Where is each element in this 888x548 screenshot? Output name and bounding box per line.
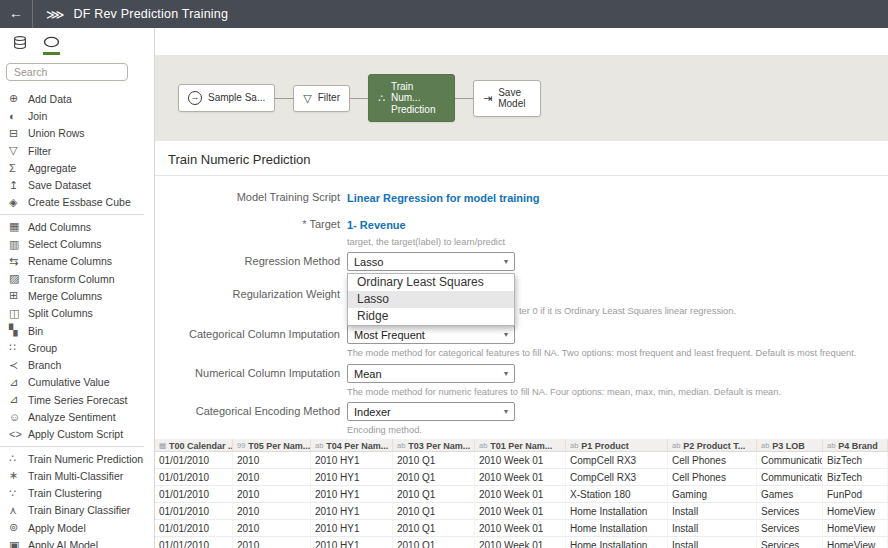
sidebar-item-add-data[interactable]: ⊕ Add Data xyxy=(0,90,154,107)
sidebar-item-bin[interactable]: ▚ Bin xyxy=(0,322,154,339)
sidebar-item-label: Split Columns xyxy=(28,307,93,319)
sidebar-item-train-binary-classifier[interactable]: ⋏ Train Binary Classifier xyxy=(0,502,154,519)
sidebar-item-select-columns[interactable]: ▥ Select Columns xyxy=(0,235,154,252)
save-model-icon: ⇥ xyxy=(483,92,492,105)
table-cell: 2010 Q1 xyxy=(393,537,475,548)
sidebar-item-apply-ai-model[interactable]: ▣ Apply AI Model xyxy=(0,536,154,548)
table-cell: X-Station 180 xyxy=(566,486,668,503)
sidebar-item-train-clustering[interactable]: ∵ Train Clustering xyxy=(0,485,154,502)
sidebar-item-union-rows[interactable]: ⊟ Union Rows xyxy=(0,125,154,142)
sidebar-item-apply-custom-script[interactable]: <> Apply Custom Script xyxy=(0,426,154,443)
sidebar-item-label: Branch xyxy=(28,359,61,371)
table-cell: Services xyxy=(757,537,823,548)
sidebar-item-create-essbase-cube[interactable]: ◈ Create Essbase Cube xyxy=(0,194,154,211)
flow-node-filter[interactable]: ▽ Filter xyxy=(293,85,350,112)
dropdown-option[interactable]: Lasso xyxy=(348,291,514,308)
table-cell: 2010 HY1 xyxy=(311,503,393,520)
categorical-encoding-select[interactable]: Indexer ▾ xyxy=(347,402,515,421)
table-cell: Cell Phones xyxy=(668,452,757,469)
sidebar-item-transform-column[interactable]: ▨ Transform Column xyxy=(0,270,154,287)
table-cell: 2010 HY1 xyxy=(311,452,393,469)
table-cell: 2010 Week 01 xyxy=(475,520,566,537)
regression-method-dropdown: Ordinary Least Squares Lasso Ridge xyxy=(347,273,515,326)
table-row: 01/01/2010 2010 2010 HY1 2010 Q1 2010 We… xyxy=(155,520,888,537)
sidebar-item-join[interactable]: ◐ Join xyxy=(0,107,154,124)
sidebar-item-group[interactable]: ∷ Group xyxy=(0,339,154,356)
sidebar-item-train-multi-classifier[interactable]: ∗ Train Multi-Classifier xyxy=(0,467,154,484)
column-header-label: P3 LOB xyxy=(772,441,805,451)
sidebar-item-label: Union Rows xyxy=(28,127,85,139)
union-rows-icon: ⊟ xyxy=(9,127,28,140)
flow-node-label: Filter xyxy=(318,92,340,104)
sidebar-item-split-columns[interactable]: ◫ Split Columns xyxy=(0,305,154,322)
table-cell: 2010 xyxy=(233,469,311,486)
column-type-icon: ab xyxy=(315,441,323,450)
sidebar-item-label: Group xyxy=(28,342,57,354)
sidebar-item-rename-columns[interactable]: ⇆ Rename Columns xyxy=(0,253,154,270)
numerical-imputation-select[interactable]: Mean ▾ xyxy=(347,364,515,383)
categorical-imputation-helper-text: The mode method for categorical features… xyxy=(347,348,856,358)
table-cell: 2010 Week 01 xyxy=(475,486,566,503)
column-header-label: T00 Calendar ... xyxy=(169,441,233,451)
categorical-imputation-select[interactable]: Most Frequent ▾ xyxy=(347,325,515,344)
sidebar-item-branch[interactable]: ≺ Branch xyxy=(0,356,154,373)
sidebar-item-apply-model[interactable]: ⊚ Apply Model xyxy=(0,519,154,536)
add-columns-icon: ▦ xyxy=(9,220,28,233)
flow-item: ▽ Filter xyxy=(293,85,368,112)
table-cell: 2010 Q1 xyxy=(393,486,475,503)
table-cell: 2010 Week 01 xyxy=(475,452,566,469)
table-cell: Services xyxy=(757,503,823,520)
apply-model-icon: ⊚ xyxy=(9,521,28,534)
table-cell: Install xyxy=(668,503,757,520)
column-type-icon: 99 xyxy=(237,441,245,450)
sidebar-item-time-series-forecast[interactable]: ⊿ Time Series Forecast xyxy=(0,391,154,408)
regression-method-select[interactable]: Lasso ▾ xyxy=(347,252,515,271)
table-cell: 2010 HY1 xyxy=(311,469,393,486)
scatter-icon: ∴ xyxy=(378,92,385,105)
regularization-weight-label: Regularization Weight xyxy=(155,285,340,316)
topbar: ← ⋙ DF Rev Prediction Training xyxy=(0,0,888,28)
column-header: ab P2 Product T... xyxy=(668,439,757,452)
numerical-imputation-value: Mean xyxy=(354,368,382,380)
sidebar-item-add-columns[interactable]: ▦ Add Columns xyxy=(0,218,154,235)
back-arrow-icon: ← xyxy=(9,5,23,21)
table-cell: Gaming xyxy=(668,486,757,503)
add-data-icon: ⊕ xyxy=(9,92,28,105)
dropdown-option[interactable]: Ridge xyxy=(348,308,514,325)
tab-data[interactable] xyxy=(13,35,27,55)
categorical-encoding-label: Categorical Encoding Method xyxy=(155,402,340,435)
model-training-script-link[interactable]: Linear Regression for model training xyxy=(347,190,540,204)
sidebar-item-cumulative-value[interactable]: ⊿ Cumulative Value xyxy=(0,374,154,391)
back-button[interactable]: ← xyxy=(0,0,33,28)
table-cell: 2010 xyxy=(233,486,311,503)
sidebar-tabs xyxy=(0,28,154,55)
sidebar-item-analyze-sentiment[interactable]: ☺ Analyze Sentiment xyxy=(0,408,154,425)
search-input[interactable] xyxy=(6,63,128,81)
column-header: ab T01 Per Nam... xyxy=(475,439,566,452)
sidebar-item-aggregate[interactable]: Σ Aggregate xyxy=(0,159,154,176)
flow-node-sample-data[interactable]: → Sample Sa... xyxy=(178,84,275,112)
sidebar-item-train-numeric-prediction[interactable]: ∴ Train Numeric Prediction xyxy=(0,450,154,467)
sidebar-item-merge-columns[interactable]: ⊞ Merge Columns xyxy=(0,287,154,304)
regression-method-value: Lasso xyxy=(354,256,383,268)
table-cell: CompCell RX3 xyxy=(566,452,668,469)
flow-canvas: → Sample Sa... ▽ Filter ∴ Train Num... P… xyxy=(155,55,888,141)
flow-node-train-numeric-prediction[interactable]: ∴ Train Num... Prediction xyxy=(368,74,455,123)
sidebar-item-save-dataset[interactable]: ↥ Save Dataset xyxy=(0,176,154,193)
table-body: 01/01/2010 2010 2010 HY1 2010 Q1 2010 We… xyxy=(155,452,888,548)
sidebar-item-label: Analyze Sentiment xyxy=(28,411,116,423)
dropdown-option[interactable]: Ordinary Least Squares xyxy=(348,274,514,291)
column-header: ab P1 Product xyxy=(566,439,668,452)
flow-node-save-model[interactable]: ⇥ Save Model xyxy=(473,80,541,117)
target-link[interactable]: 1- Revenue xyxy=(347,217,406,231)
tab-steps[interactable] xyxy=(43,35,60,55)
sidebar-item-label: Train Clustering xyxy=(28,487,102,499)
sidebar-item-label: Time Series Forecast xyxy=(28,394,127,406)
categorical-encoding-value: Indexer xyxy=(354,406,391,418)
column-type-icon: ab xyxy=(672,441,680,450)
table-cell: 2010 Week 01 xyxy=(475,469,566,486)
sidebar-item-filter[interactable]: ▽ Filter xyxy=(0,142,154,159)
categorical-imputation-label: Categorical Column Imputation xyxy=(155,325,340,358)
filter-icon: ▽ xyxy=(9,144,28,157)
sidebar: ⊕ Add Data ◐ Join ⊟ Union Rows ▽ Filter … xyxy=(0,28,155,548)
